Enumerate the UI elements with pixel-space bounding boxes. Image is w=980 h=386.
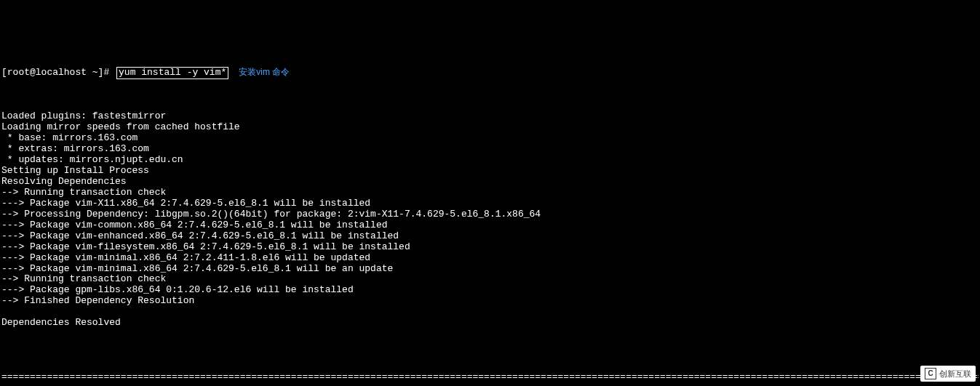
output-line: ---> Package vim-filesystem.x86_64 2:7.4… [1,242,979,253]
output-block: Loaded plugins: fastestmirrorLoading mir… [1,111,979,339]
command-annotation: 安装vim 命令 [239,68,290,78]
output-line: ---> Package vim-minimal.x86_64 2:7.4.62… [1,264,979,275]
command-text: yum install -y vim* [119,67,226,78]
output-line: Setting up Install Process [1,166,979,177]
terminal-window[interactable]: [root@localhost ~]# yum install -y vim* … [0,44,980,386]
output-line: Dependencies Resolved [1,318,979,329]
output-line: ---> Package vim-X11.x86_64 2:7.4.629-5.… [1,198,979,209]
output-line: ---> Package gpm-libs.x86_64 0:1.20.6-12… [1,285,979,296]
output-line: --> Processing Dependency: libgpm.so.2()… [1,209,979,220]
watermark-logo-icon: C [925,368,936,379]
output-line: --> Finished Dependency Resolution [1,296,979,307]
output-line: ---> Package vim-enhanced.x86_64 2:7.4.6… [1,231,979,242]
output-line: --> Running transaction check [1,274,979,285]
output-line: Resolving Dependencies [1,177,979,188]
watermark: C 创新互联 [920,366,976,382]
output-line: * extras: mirrors.163.com [1,144,979,155]
output-line: Loading mirror speeds from cached hostfi… [1,122,979,133]
output-line: * updates: mirrors.njupt.edu.cn [1,155,979,166]
output-line [1,307,979,318]
output-line: ---> Package vim-common.x86_64 2:7.4.629… [1,220,979,231]
output-line: ---> Package vim-minimal.x86_64 2:7.2.41… [1,253,979,264]
command-highlight-box: yum install -y vim* [116,67,228,79]
output-line [1,329,979,339]
table-rule-top: ========================================… [1,372,979,383]
prompt-line: [root@localhost ~]# yum install -y vim* … [1,67,979,79]
output-line: * base: mirrors.163.com [1,133,979,144]
shell-prompt: [root@localhost ~]# [1,68,115,79]
output-line: Loaded plugins: fastestmirror [1,111,979,122]
output-line: --> Running transaction check [1,188,979,198]
watermark-text: 创新互联 [939,369,971,379]
